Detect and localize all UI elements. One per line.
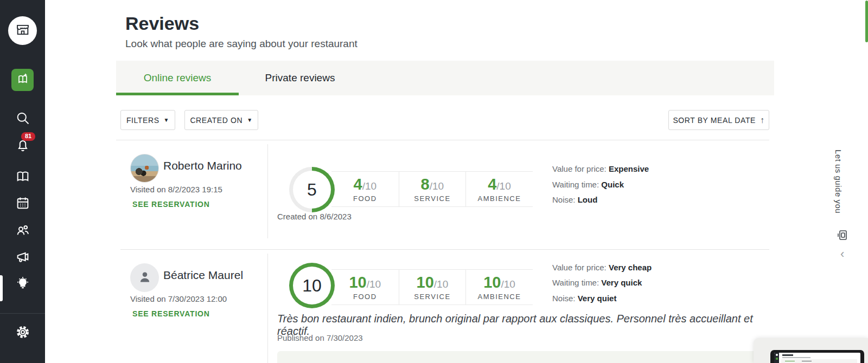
laptop-screen [774, 353, 860, 363]
created-on-button[interactable]: CREATED ON ▼ [184, 110, 258, 130]
guest-avatar [130, 154, 159, 183]
insights-nav-item[interactable] [0, 275, 45, 294]
lightbulb-icon [15, 276, 30, 293]
service-score: 8 [421, 176, 430, 193]
score-max: /10 [430, 180, 444, 192]
visited-on-text: Visited on 8/2/2023 19:15 [130, 185, 222, 194]
collapse-chevron-icon[interactable]: ‹ [840, 247, 844, 261]
users-icon [15, 223, 30, 240]
score-max: /10 [367, 278, 381, 290]
visited-on-text: Visited on 7/30/2023 12:00 [130, 294, 227, 303]
settings-nav-item[interactable] [0, 324, 45, 342]
food-score: 4 [354, 176, 362, 193]
restaurant-avatar[interactable] [8, 16, 37, 45]
score-cell-service: 8/10 SERVICE [399, 172, 466, 206]
storefront-icon [15, 22, 30, 40]
calendar-icon [15, 196, 30, 213]
chevron-down-icon: ▼ [164, 117, 170, 123]
guide-tour-icon[interactable] [836, 229, 849, 244]
score-label: AMBIENCE [478, 293, 521, 301]
sort-label: SORT BY MEAL DATE [673, 116, 756, 125]
mini-green-button [776, 358, 778, 360]
page-subtitle: Look what people are saying about your r… [125, 38, 358, 50]
noise-level: Noise: Loud [552, 195, 597, 204]
guide-vertical-text: Let us guide you [834, 150, 843, 213]
guestbook-nav-item[interactable] [0, 168, 45, 187]
waiting-time: Waiting time: Very quick [552, 278, 642, 287]
toolbar-divider [116, 140, 769, 140]
sort-by-meal-date-button[interactable]: SORT BY MEAL DATE ↑ [668, 110, 769, 130]
scrollbar-thumb[interactable] [865, 1, 868, 42]
score-label: FOOD [353, 293, 377, 301]
calendar-nav-item[interactable] [0, 195, 45, 213]
person-icon [137, 269, 153, 287]
score-cell-ambience: 4/10 AMBIENCE [465, 172, 533, 206]
score-max: /10 [362, 180, 376, 192]
score-label: AMBIENCE [478, 195, 521, 203]
published-on-text: Published on 7/30/2023 [277, 333, 363, 342]
score-max: /10 [434, 278, 448, 290]
search-icon [15, 111, 30, 128]
guided-tour-popup[interactable] [754, 338, 868, 363]
tab-private-reviews[interactable]: Private reviews [239, 61, 361, 95]
chevron-down-icon: ▼ [247, 117, 253, 123]
overall-score-value: 5 [293, 171, 331, 209]
guest-avatar [130, 263, 159, 292]
column-divider [267, 144, 268, 238]
marketing-nav-item[interactable] [0, 249, 45, 267]
mini-title-bar [782, 354, 793, 356]
overall-score-value: 10 [293, 267, 331, 304]
reply-area[interactable] [277, 351, 769, 363]
see-reservation-link[interactable]: SEE RESERVATION [132, 309, 210, 318]
notification-badge: 81 [21, 132, 35, 141]
score-cell-food: 10/10 FOOD [331, 270, 399, 304]
waiting-time: Waiting time: Quick [552, 180, 624, 189]
laptop-mockup [770, 350, 864, 363]
mini-tabbar [781, 359, 857, 363]
score-label: FOOD [353, 195, 377, 203]
overall-score-ring: 10 [289, 263, 335, 308]
gear-icon [15, 324, 31, 342]
open-book-icon [15, 169, 30, 186]
notifications-nav-item[interactable]: 81 [0, 137, 45, 155]
tab-online-label: Online reviews [144, 72, 212, 84]
tabbar: Online reviews Private reviews [116, 61, 774, 95]
guest-name: Roberto Marino [163, 159, 242, 172]
tab-online-reviews[interactable]: Online reviews [116, 61, 239, 95]
mini-tab-private [802, 361, 812, 362]
see-reservation-link[interactable]: SEE RESERVATION [132, 200, 210, 209]
guest-name: Béatrice Maurel [163, 269, 243, 282]
search-nav-item[interactable] [0, 110, 45, 128]
food-score: 10 [349, 274, 366, 291]
score-max: /10 [496, 180, 510, 192]
book-plus-icon [16, 73, 29, 88]
score-table: 4/10 FOOD 8/10 SERVICE 4/10 AMBIENCE [331, 171, 533, 207]
score-cell-ambience: 10/10 AMBIENCE [465, 270, 533, 304]
score-label: SERVICE [414, 195, 450, 203]
filters-label: FILTERS [126, 116, 159, 125]
active-nav-indicator [0, 275, 3, 301]
sidebar: 81 [0, 0, 45, 363]
ambience-score: 10 [483, 274, 501, 291]
review-row-divider [120, 249, 769, 250]
page-title: Reviews [125, 13, 199, 34]
column-divider [267, 254, 268, 363]
filters-button[interactable]: FILTERS ▼ [120, 110, 175, 130]
service-score: 10 [417, 274, 434, 291]
score-cell-service: 10/10 SERVICE [399, 270, 466, 304]
created-on-text: Created on 8/6/2023 [277, 212, 352, 221]
megaphone-icon [15, 249, 30, 267]
value-for-price: Value for price: Very cheap [552, 263, 652, 272]
score-label: SERVICE [414, 293, 450, 301]
mini-tab-online [785, 361, 795, 362]
score-max: /10 [501, 278, 515, 290]
value-for-price: Value for price: Expensive [552, 164, 649, 173]
mini-sidebar [774, 353, 779, 363]
add-reservation-button[interactable] [11, 69, 34, 91]
mini-avatar [776, 354, 778, 356]
noise-level: Noise: Very quiet [552, 294, 616, 303]
guests-nav-item[interactable] [0, 222, 45, 241]
ambience-score: 4 [488, 176, 496, 193]
score-table: 10/10 FOOD 10/10 SERVICE 10/10 AMBIENCE [331, 269, 533, 305]
active-tab-underline [116, 93, 239, 95]
